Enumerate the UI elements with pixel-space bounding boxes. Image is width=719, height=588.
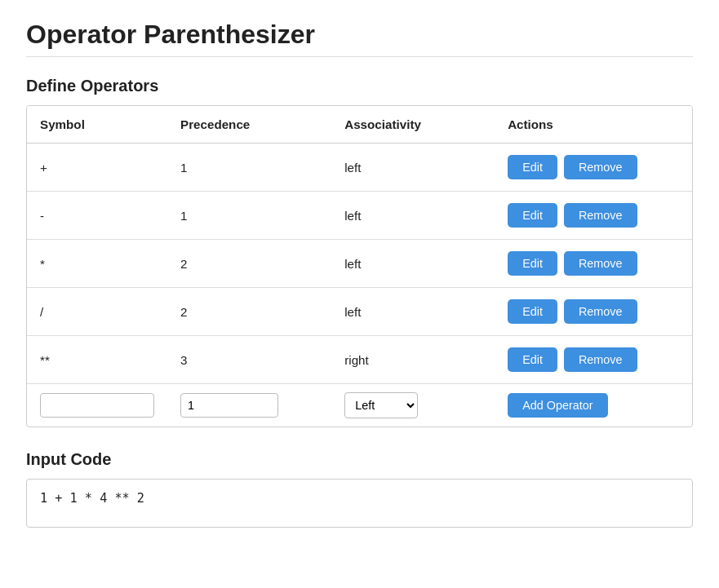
- action-buttons: EditRemove: [508, 155, 679, 179]
- cell-actions: EditRemove: [495, 336, 692, 384]
- cell-associativity: left: [331, 240, 495, 288]
- cell-symbol: *: [27, 240, 167, 288]
- cell-precedence: 1: [167, 192, 331, 240]
- cell-symbol: -: [27, 192, 167, 240]
- new-symbol-input[interactable]: [40, 393, 154, 418]
- new-action-cell: Add Operator: [495, 384, 692, 427]
- input-code-text: 1 + 1 * 4 ** 2: [40, 491, 144, 506]
- cell-precedence: 2: [167, 288, 331, 336]
- new-associativity-cell: LeftRight: [331, 384, 495, 427]
- action-buttons: EditRemove: [508, 251, 679, 276]
- operators-heading: Define Operators: [26, 77, 693, 95]
- new-precedence-cell: [167, 384, 331, 427]
- add-operator-button[interactable]: Add Operator: [508, 393, 607, 418]
- edit-button[interactable]: Edit: [508, 251, 557, 276]
- cell-symbol: /: [27, 288, 167, 336]
- action-buttons: EditRemove: [508, 299, 679, 324]
- remove-button[interactable]: Remove: [564, 299, 637, 324]
- edit-button[interactable]: Edit: [508, 299, 557, 324]
- cell-precedence: 1: [167, 144, 331, 192]
- cell-symbol: +: [27, 144, 167, 192]
- new-associativity-select[interactable]: LeftRight: [344, 392, 418, 418]
- add-operator-row: LeftRightAdd Operator: [27, 384, 692, 427]
- new-precedence-input[interactable]: [180, 393, 278, 418]
- cell-precedence: 3: [167, 336, 331, 384]
- edit-button[interactable]: Edit: [508, 155, 557, 179]
- input-code-section: Input Code 1 + 1 * 4 ** 2: [26, 450, 693, 528]
- input-code-heading: Input Code: [26, 450, 693, 469]
- cell-actions: EditRemove: [495, 288, 692, 336]
- edit-button[interactable]: Edit: [508, 347, 557, 372]
- cell-associativity: left: [331, 288, 495, 336]
- operators-table: Symbol Precedence Associativity Actions …: [27, 106, 692, 427]
- table-header-row: Symbol Precedence Associativity Actions: [27, 106, 692, 144]
- action-buttons: EditRemove: [508, 203, 679, 228]
- page-title: Operator Parenthesizer: [26, 20, 693, 50]
- cell-actions: EditRemove: [495, 144, 692, 192]
- cell-associativity: right: [331, 336, 495, 384]
- table-row: *2leftEditRemove: [27, 240, 692, 288]
- cell-actions: EditRemove: [495, 192, 692, 240]
- table-row: **3rightEditRemove: [27, 336, 692, 384]
- cell-associativity: left: [331, 192, 495, 240]
- edit-button[interactable]: Edit: [508, 203, 557, 228]
- remove-button[interactable]: Remove: [564, 347, 637, 372]
- action-buttons: EditRemove: [508, 347, 679, 372]
- title-divider: [26, 56, 693, 57]
- cell-precedence: 2: [167, 240, 331, 288]
- cell-actions: EditRemove: [495, 240, 692, 288]
- operators-table-wrapper: Symbol Precedence Associativity Actions …: [26, 105, 693, 427]
- header-actions: Actions: [495, 106, 692, 144]
- header-precedence: Precedence: [167, 106, 331, 144]
- cell-symbol: **: [27, 336, 167, 384]
- table-row: /2leftEditRemove: [27, 288, 692, 336]
- remove-button[interactable]: Remove: [564, 251, 637, 276]
- header-symbol: Symbol: [27, 106, 167, 144]
- remove-button[interactable]: Remove: [564, 203, 637, 228]
- table-row: -1leftEditRemove: [27, 192, 692, 240]
- remove-button[interactable]: Remove: [564, 155, 637, 179]
- table-row: +1leftEditRemove: [27, 144, 692, 192]
- input-code-box: 1 + 1 * 4 ** 2: [26, 479, 693, 528]
- cell-associativity: left: [331, 144, 495, 192]
- header-associativity: Associativity: [331, 106, 495, 144]
- new-symbol-cell: [27, 384, 167, 427]
